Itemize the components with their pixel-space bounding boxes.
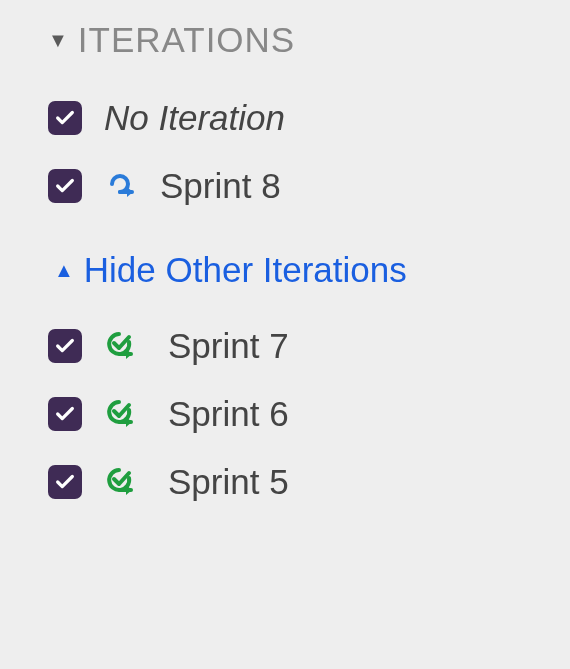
iteration-item-sprint-8[interactable]: Sprint 8 <box>48 152 570 220</box>
iterations-section-header[interactable]: ▼ ITERATIONS <box>48 20 570 60</box>
caret-up-icon: ▲ <box>54 259 74 282</box>
iteration-label: Sprint 7 <box>168 326 289 366</box>
hide-other-iterations-toggle[interactable]: ▲ Hide Other Iterations <box>54 250 570 290</box>
iteration-label: No Iteration <box>104 98 285 138</box>
done-iteration-icon <box>104 329 138 363</box>
iteration-item-sprint-6[interactable]: Sprint 6 <box>48 380 570 448</box>
done-iteration-icon <box>104 465 138 499</box>
checkbox-no-iteration[interactable] <box>48 101 82 135</box>
done-iteration-icon <box>104 397 138 431</box>
checkbox-sprint-6[interactable] <box>48 397 82 431</box>
section-title: ITERATIONS <box>78 20 295 60</box>
checkbox-sprint-5[interactable] <box>48 465 82 499</box>
active-iteration-icon <box>104 169 138 203</box>
iteration-item-sprint-7[interactable]: Sprint 7 <box>48 312 570 380</box>
caret-down-icon: ▼ <box>48 29 68 52</box>
checkmark-icon <box>54 403 76 425</box>
iteration-item-sprint-5[interactable]: Sprint 5 <box>48 448 570 516</box>
iterations-other-list: Sprint 7 Sprint 6 <box>48 312 570 516</box>
checkmark-icon <box>54 471 76 493</box>
iteration-label: Sprint 6 <box>168 394 289 434</box>
checkmark-icon <box>54 335 76 357</box>
checkmark-icon <box>54 175 76 197</box>
checkbox-sprint-8[interactable] <box>48 169 82 203</box>
toggle-label: Hide Other Iterations <box>84 250 407 290</box>
iteration-label: Sprint 8 <box>160 166 281 206</box>
checkbox-sprint-7[interactable] <box>48 329 82 363</box>
iteration-label: Sprint 5 <box>168 462 289 502</box>
iterations-primary-list: No Iteration Sprint 8 <box>48 84 570 220</box>
checkmark-icon <box>54 107 76 129</box>
iteration-item-no-iteration[interactable]: No Iteration <box>48 84 570 152</box>
